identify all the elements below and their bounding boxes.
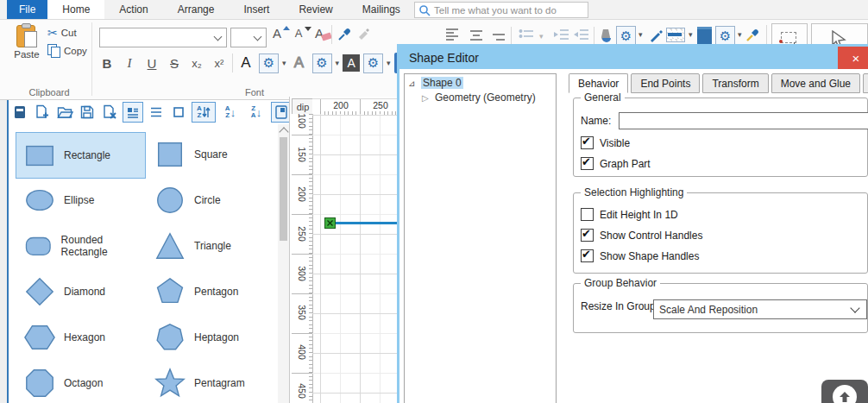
open-stencil-icon[interactable] — [55, 103, 74, 122]
eyedropper-icon[interactable] — [745, 27, 761, 42]
new-stencil-icon[interactable] — [33, 103, 52, 122]
clear-formatting-button[interactable]: A — [310, 26, 331, 41]
panel-scrollbar[interactable] — [278, 124, 289, 403]
subscript-button[interactable]: x₂ — [187, 57, 206, 70]
shape-item-circle[interactable]: Circle — [154, 178, 274, 223]
shape-item-octagon[interactable]: Octagon — [23, 361, 144, 403]
edit-height-checkbox-row[interactable]: Edit Height In 1D — [581, 208, 678, 221]
shape-item-pentagram[interactable]: Pentagram — [154, 361, 274, 403]
tab-insert[interactable]: Insert — [229, 0, 284, 19]
shrink-font-button[interactable]: A — [289, 27, 311, 40]
line-endpoint-handle[interactable] — [324, 217, 336, 229]
align-left-icon[interactable] — [445, 28, 461, 41]
tab-file[interactable]: File — [7, 0, 47, 19]
stroke-swatch-icon[interactable] — [666, 28, 685, 42]
tree-expander-collapsed-icon[interactable]: ▷ — [422, 93, 431, 103]
highlight-gear-button[interactable]: ⚙ — [363, 54, 383, 73]
paste-button[interactable]: Paste — [12, 23, 41, 60]
grow-font-button[interactable]: A — [267, 26, 290, 41]
tab-transform[interactable]: Transform — [702, 73, 768, 93]
tree-expander-expanded-icon[interactable]: ⊿ — [408, 79, 417, 88]
copy-button[interactable]: Copy — [47, 44, 87, 57]
show-shape-handles-checkbox-row[interactable]: Show Shape Handles — [581, 249, 699, 262]
graph-part-checkbox-row[interactable]: Graph Part — [581, 157, 651, 170]
stroke-dropdown-caret[interactable]: ▾ — [689, 30, 693, 39]
connector-line[interactable] — [334, 222, 401, 224]
show-shape-handles-checkbox[interactable] — [581, 249, 594, 262]
ink-gear-button[interactable]: ⚙ — [616, 26, 636, 46]
character-outline-dropdown-caret[interactable]: ▾ — [336, 59, 340, 67]
fill-cube-icon[interactable] — [697, 27, 712, 44]
show-control-handles-checkbox-row[interactable]: Show Control Handles — [581, 229, 702, 242]
scroll-to-top-button[interactable] — [821, 380, 868, 403]
format-eyedropper-icon[interactable] — [337, 26, 353, 41]
shape-item-diamond[interactable]: Diamond — [23, 269, 144, 314]
ink-fill-icon[interactable] — [599, 28, 614, 43]
character-outline-letter-icon[interactable]: A — [290, 54, 309, 72]
cut-button[interactable]: ✂ Cut — [47, 26, 77, 40]
tab-behavior[interactable]: Behavior — [569, 73, 628, 93]
shape-tree[interactable]: ⊿ Shape 0 ▷ Geometry (Geometry) — [404, 73, 557, 403]
align-center-icon[interactable] — [469, 29, 485, 43]
underline-button[interactable]: U — [142, 56, 161, 71]
view-list-button[interactable] — [147, 103, 166, 122]
tree-item-geometry[interactable]: ▷ Geometry (Geometry) — [422, 91, 556, 104]
tree-item-shape0[interactable]: ⊿ Shape 0 — [408, 77, 556, 89]
tab-arrange[interactable]: Arrange — [163, 0, 230, 19]
highlight-dropdown-caret[interactable]: ▾ — [387, 59, 391, 67]
character-outline-gear-button[interactable]: ⚙ — [312, 54, 332, 73]
shape-item-heptagon[interactable]: Heptagon — [154, 315, 274, 360]
tab-protection[interactable]: Protection — [863, 73, 868, 93]
format-brush-icon-disabled[interactable] — [356, 26, 372, 41]
shape-item-hexagon[interactable]: Hexagon — [23, 315, 144, 360]
strikethrough-button[interactable]: S — [165, 56, 184, 71]
visible-checkbox[interactable] — [581, 136, 594, 149]
view-details-button[interactable] — [123, 102, 143, 123]
tab-end-points[interactable]: End Points — [631, 73, 700, 93]
shape-item-rectangle[interactable]: Rectangle — [16, 132, 146, 179]
tab-action[interactable]: Action — [104, 0, 162, 19]
scrollbar-thumb[interactable] — [280, 137, 287, 241]
tell-me-search-input[interactable]: Tell me what you want to do — [414, 2, 588, 18]
remove-stencil-icon[interactable] — [100, 103, 119, 122]
dialog-title-bar[interactable]: Shape Editor — [399, 47, 868, 69]
tab-mailings[interactable]: Mailings — [348, 0, 415, 19]
increase-indent-icon-disabled[interactable] — [553, 28, 570, 42]
decrease-indent-icon-disabled[interactable] — [573, 28, 590, 42]
shape-item-triangle[interactable]: Triangle — [154, 224, 274, 268]
shape-item-rounded-rectangle[interactable]: Rounded Rectangle — [23, 224, 144, 268]
sort-default-button[interactable]: AZ — [192, 102, 216, 123]
sort-ascending-button[interactable]: AZ ↓ — [219, 103, 242, 122]
bold-button[interactable]: B — [97, 56, 116, 71]
italic-button[interactable]: I — [120, 56, 139, 71]
highlight-letter-icon[interactable]: A — [343, 54, 360, 72]
shape-item-square[interactable]: Square — [154, 132, 274, 177]
list-style-icon-disabled[interactable] — [519, 28, 536, 42]
ink-dropdown-caret[interactable]: ▾ — [638, 30, 643, 39]
stroke-brush-icon[interactable] — [649, 28, 664, 43]
fill-gear-button[interactable]: ⚙ — [715, 26, 735, 46]
font-color-gear-button[interactable]: ⚙ — [259, 54, 279, 73]
graph-part-checkbox[interactable] — [581, 157, 594, 170]
font-name-combobox[interactable] — [99, 28, 227, 47]
resize-in-group-dropdown[interactable]: Scale And Reposition — [653, 299, 867, 319]
tab-review[interactable]: Review — [284, 0, 347, 19]
list-style-caret[interactable]: ▾ — [539, 32, 544, 41]
show-control-handles-checkbox[interactable] — [581, 229, 594, 242]
visible-checkbox-row[interactable]: Visible — [581, 136, 630, 149]
save-stencil-icon[interactable] — [78, 103, 97, 122]
view-icons-button[interactable] — [169, 103, 188, 122]
font-color-dropdown-caret[interactable]: ▾ — [282, 59, 286, 67]
tab-move-and-glue[interactable]: Move and Glue — [771, 73, 860, 93]
tab-home[interactable]: Home — [47, 0, 104, 19]
font-color-letter-icon[interactable]: A — [236, 54, 255, 72]
edit-height-in-1d-checkbox[interactable] — [581, 208, 594, 221]
fill-dropdown-caret[interactable]: ▾ — [738, 30, 742, 39]
superscript-button[interactable]: x² — [210, 57, 229, 70]
sort-descending-button[interactable]: ZA ↓ — [245, 103, 267, 122]
font-size-combobox[interactable] — [230, 28, 267, 47]
shape-item-ellipse[interactable]: Ellipse — [23, 178, 144, 223]
dialog-close-button[interactable]: × — [838, 47, 868, 69]
stencil-book-icon[interactable] — [10, 103, 29, 122]
name-input[interactable] — [619, 112, 868, 129]
